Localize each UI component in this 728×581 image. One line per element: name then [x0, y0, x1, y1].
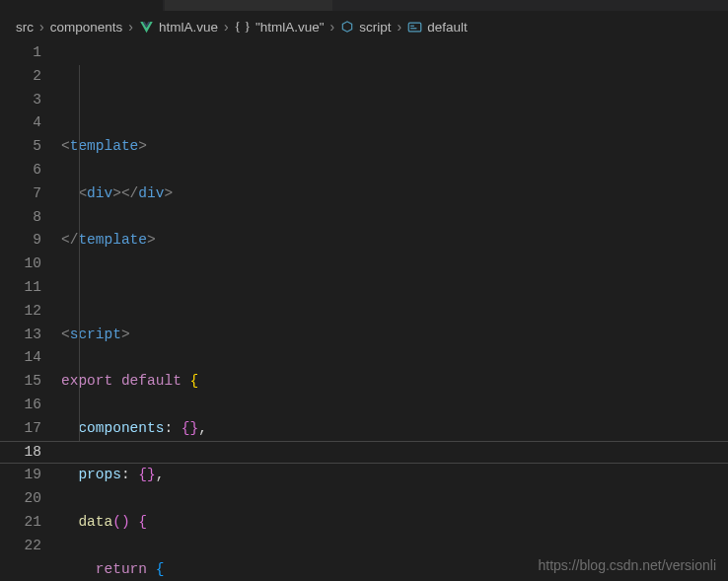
- code-content[interactable]: <template> <div></div> </template> <scri…: [61, 41, 728, 581]
- line-number: 15: [0, 370, 41, 394]
- line-number: 14: [0, 346, 41, 370]
- braces-icon: { }: [235, 19, 251, 35]
- line-number: 2: [0, 65, 41, 89]
- code-line: data() {: [61, 511, 728, 535]
- breadcrumb-seg-root[interactable]: "htmlA.vue": [255, 20, 325, 35]
- tab-active[interactable]: [0, 0, 163, 11]
- line-number: 20: [0, 487, 41, 511]
- svg-rect-0: [408, 23, 421, 32]
- line-number: 7: [0, 182, 41, 206]
- chevron-right-icon: ›: [330, 19, 335, 35]
- line-number: 10: [0, 253, 41, 276]
- symbol-icon: [407, 21, 422, 34]
- breadcrumb-seg-file[interactable]: htmlA.vue: [159, 20, 218, 35]
- line-number: 18: [0, 441, 41, 465]
- tabs-bar[interactable]: [0, 0, 728, 12]
- line-number: 1: [0, 41, 41, 65]
- line-number: 13: [0, 324, 41, 347]
- line-number-gutter: 1 2 3 4 5 6 7 8 9 10 11 12 13 14 15 16 1…: [0, 41, 61, 581]
- chevron-right-icon: ›: [397, 19, 401, 35]
- breadcrumb-seg-src[interactable]: src: [16, 20, 34, 35]
- breadcrumb-seg-default[interactable]: default: [427, 20, 468, 35]
- line-number: 9: [0, 229, 41, 253]
- breadcrumb-seg-components[interactable]: components: [50, 20, 123, 35]
- watermark-text: https://blog.csdn.net/versionli: [538, 557, 716, 573]
- line-number: 6: [0, 159, 41, 182]
- line-number: 3: [0, 89, 41, 112]
- code-line: components: {},: [61, 417, 728, 441]
- code-line: <script>: [61, 324, 728, 347]
- breadcrumb[interactable]: src › components › htmlA.vue › { } "html…: [0, 12, 728, 41]
- code-line: props: {},: [61, 464, 728, 487]
- line-number: 21: [0, 511, 41, 535]
- chevron-right-icon: ›: [128, 19, 133, 35]
- code-line: <template>: [61, 135, 728, 159]
- line-number: 12: [0, 300, 41, 324]
- code-line: </template>: [61, 229, 728, 253]
- code-editor[interactable]: 1 2 3 4 5 6 7 8 9 10 11 12 13 14 15 16 1…: [0, 41, 728, 581]
- line-number: 4: [0, 111, 41, 135]
- line-number: 19: [0, 464, 41, 487]
- svg-rect-1: [410, 25, 414, 26]
- breadcrumb-seg-script[interactable]: script: [359, 20, 391, 35]
- indent-guide: [79, 65, 80, 442]
- line-number: 16: [0, 394, 41, 417]
- line-number: 11: [0, 276, 41, 300]
- line-number: 22: [0, 535, 41, 558]
- cube-icon: [340, 20, 354, 34]
- line-number: 8: [0, 206, 41, 230]
- vue-file-icon: [139, 20, 154, 35]
- tab-inactive[interactable]: [165, 0, 332, 11]
- line-number: 5: [0, 135, 41, 159]
- svg-rect-2: [410, 28, 416, 29]
- chevron-right-icon: ›: [224, 19, 229, 35]
- line-number: 17: [0, 417, 41, 441]
- code-line: export default {: [61, 370, 728, 394]
- active-line-highlight: [0, 441, 728, 465]
- code-line: <div></div>: [61, 182, 728, 206]
- code-line: [61, 276, 728, 300]
- chevron-right-icon: ›: [39, 19, 44, 35]
